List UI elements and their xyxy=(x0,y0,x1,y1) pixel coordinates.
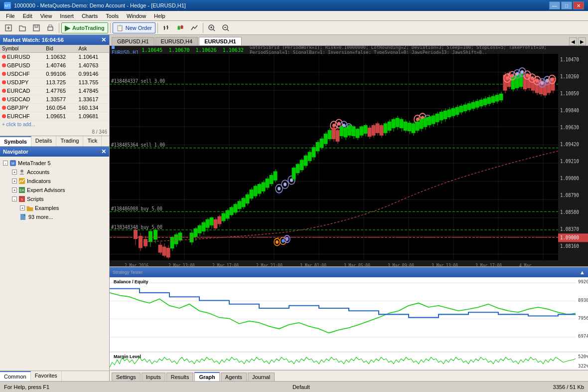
svg-rect-263 xyxy=(511,76,515,89)
market-table: Symbol Bid Ask EURUSD 1.10632 1.10641 GB… xyxy=(0,45,109,121)
strat-tab-journal[interactable]: Journal xyxy=(248,373,275,381)
maximize-btn[interactable]: □ xyxy=(561,1,572,9)
nav-expand-indicators[interactable]: + xyxy=(12,179,17,184)
market-row[interactable]: GBPJPY 160.054 160.134 xyxy=(0,104,109,112)
nav-accounts[interactable]: + Accounts xyxy=(2,168,107,177)
market-row[interactable]: GBPUSD 1.40746 1.40763 xyxy=(0,61,109,70)
svg-rect-237 xyxy=(459,106,463,112)
svg-text:2 Mar 17:00: 2 Mar 17:00 xyxy=(212,263,239,266)
market-row[interactable]: EURUSD 1.10632 1.10641 xyxy=(0,53,109,61)
strat-tab-graph[interactable]: Graph xyxy=(194,372,219,381)
tab-trading[interactable]: Trading xyxy=(56,136,83,146)
chart-canvas[interactable]: #138484337 sell 3.00 #138485364 sell 1.0… xyxy=(110,54,588,266)
tab-details[interactable]: Details xyxy=(31,136,57,146)
open-btn[interactable] xyxy=(16,22,29,33)
nav-tree: - M MetaTrader 5 + Accounts + Indicators xyxy=(0,157,109,223)
svg-rect-71 xyxy=(158,245,162,252)
svg-rect-223 xyxy=(432,116,435,124)
market-row[interactable]: EURCHF 1.09651 1.09681 xyxy=(0,112,109,121)
market-row[interactable]: USDJPY 113.725 113.755 xyxy=(0,78,109,87)
market-row[interactable]: USDCHF 0.99106 0.99146 xyxy=(0,70,109,78)
tab-tick[interactable]: Tick xyxy=(83,136,102,146)
svg-text:#138485364 sell 1.00: #138485364 sell 1.00 xyxy=(111,142,165,148)
line-chart-btn[interactable] xyxy=(188,22,201,33)
zoom-in-btn[interactable] xyxy=(205,22,218,33)
nav-expand-mt5[interactable]: - xyxy=(3,161,8,166)
nav-expand-examples[interactable]: + xyxy=(20,205,25,210)
market-row[interactable]: EURCAD 1.47765 1.47845 xyxy=(0,87,109,95)
candle-btn[interactable] xyxy=(174,22,187,33)
svg-text:1.09630: 1.09630 xyxy=(560,124,579,130)
tab-favorites[interactable]: Favorites xyxy=(31,371,62,381)
nav-ea[interactable]: + EA Expert Advisors xyxy=(2,186,107,195)
nav-more[interactable]: 93 more... xyxy=(2,212,107,221)
bid-cell: 0.99106 xyxy=(44,70,76,78)
menu-help[interactable]: Help xyxy=(150,12,169,20)
svg-rect-117 xyxy=(246,195,249,203)
strategy-tester-header: Strategy Tester ▲ xyxy=(110,267,588,277)
menu-insert[interactable]: Insert xyxy=(56,12,78,20)
autotrading-btn[interactable]: ▶ AutoTrading xyxy=(61,22,108,33)
nav-expand-accounts[interactable]: + xyxy=(12,170,17,175)
svg-point-299 xyxy=(541,81,544,85)
svg-text:#138484337 sell 3.00: #138484337 sell 3.00 xyxy=(111,78,165,84)
svg-text:1.10050: 1.10050 xyxy=(560,90,579,96)
toolbar: ▶ AutoTrading 📋 New Order xyxy=(0,21,588,35)
svg-rect-93 xyxy=(198,225,201,233)
chart-nav-prev[interactable]: ◀ xyxy=(569,37,577,45)
tab-common[interactable]: Common xyxy=(0,371,31,381)
svg-rect-241 xyxy=(467,104,471,110)
minimize-btn[interactable]: — xyxy=(549,1,560,9)
left-panel: Market Watch: 16:04:56 ✕ Symbol Bid Ask … xyxy=(0,35,110,381)
ask-cell: 0.99146 xyxy=(77,70,109,78)
menu-view[interactable]: View xyxy=(36,12,56,20)
strat-tab-agents[interactable]: Agents xyxy=(221,373,247,381)
menu-charts[interactable]: Charts xyxy=(78,12,102,20)
nav-examples[interactable]: + Examples xyxy=(2,203,107,212)
new-order-label: New Order xyxy=(126,25,152,31)
chart-nav-next[interactable]: ▶ xyxy=(578,37,586,45)
market-row[interactable]: USDCAD 1.33577 1.33617 xyxy=(0,95,109,104)
svg-rect-251 xyxy=(487,98,491,104)
nav-expand-ea[interactable]: + xyxy=(12,188,17,193)
menu-tools[interactable]: Tools xyxy=(102,12,123,20)
svg-rect-257 xyxy=(499,94,503,100)
new-chart-btn[interactable] xyxy=(2,22,15,33)
strategy-tester-toggle[interactable]: ▲ xyxy=(580,269,585,275)
svg-rect-350 xyxy=(110,369,588,370)
svg-rect-119 xyxy=(250,190,253,198)
nav-expand-scripts[interactable]: - xyxy=(12,196,17,201)
chart-tab-eurusd-h1[interactable]: EURUSD,H1 xyxy=(199,37,242,45)
strat-tab-inputs[interactable]: Inputs xyxy=(142,373,165,381)
menu-window[interactable]: Window xyxy=(123,12,150,20)
ea-icon: EA xyxy=(18,187,25,194)
bar-chart-btn[interactable] xyxy=(160,22,173,33)
print-btn[interactable] xyxy=(44,22,57,33)
status-right: 3356 / 51 Kb xyxy=(553,384,584,390)
ask-cell: 1.10641 xyxy=(77,53,109,61)
nav-mt5[interactable]: - M MetaTrader 5 xyxy=(2,159,107,168)
tab-symbols[interactable]: Symbols xyxy=(0,136,31,146)
svg-rect-229 xyxy=(443,111,447,119)
strat-tab-results[interactable]: Results xyxy=(166,373,194,381)
new-order-btn[interactable]: 📋 New Order xyxy=(113,22,155,33)
close-btn[interactable]: ✕ xyxy=(573,1,584,9)
click-to-add[interactable]: + click to add... xyxy=(0,121,109,128)
nav-indicators[interactable]: + Indicators xyxy=(2,177,107,186)
navigator-title: Navigator xyxy=(3,149,28,155)
save-btn[interactable] xyxy=(30,22,43,33)
window-controls[interactable]: — □ ✕ xyxy=(549,1,584,9)
zoom-out-btn[interactable] xyxy=(219,22,232,33)
strat-tab-settings[interactable]: Settings xyxy=(112,373,141,381)
market-watch-close[interactable]: ✕ xyxy=(101,36,106,43)
navigator-close[interactable]: ✕ xyxy=(101,148,106,155)
nav-scripts[interactable]: - S Scripts xyxy=(2,195,107,203)
menu-file[interactable]: File xyxy=(2,12,19,20)
svg-point-303 xyxy=(551,77,554,81)
menu-edit[interactable]: Edit xyxy=(19,12,36,20)
svg-rect-253 xyxy=(491,96,495,102)
svg-rect-107 xyxy=(226,210,229,218)
chart-tab-eurusd-h4[interactable]: EURUSD,H4 xyxy=(155,37,198,45)
svg-rect-65 xyxy=(144,239,147,246)
title-bar: MT 1000000 - MetaQuotes-Demo: Demo Accou… xyxy=(0,0,588,11)
